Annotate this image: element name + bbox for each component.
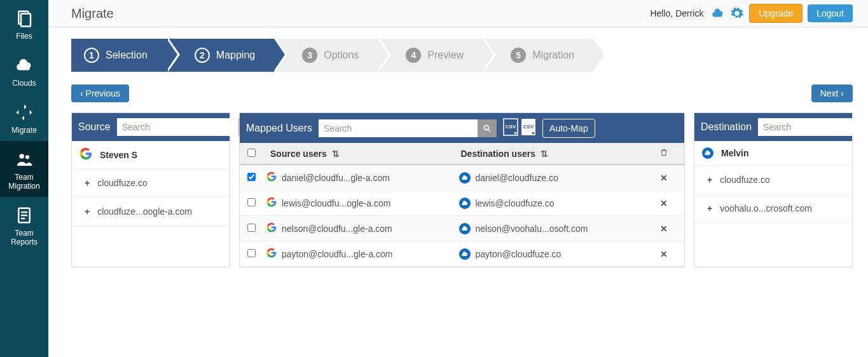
row-destination-user: daniel@cloudfuze.co <box>459 172 652 184</box>
sort-icon: ⇅ <box>332 149 340 159</box>
google-icon <box>79 147 92 162</box>
wizard-step-selection[interactable]: 1 Selection <box>71 39 167 72</box>
report-icon <box>15 206 34 225</box>
sort-icon: ⇅ <box>541 149 548 159</box>
wizard-step-migration[interactable]: 5 Migration <box>483 39 593 72</box>
select-all-checkbox[interactable] <box>247 149 256 157</box>
sidebar-label: Migrate <box>11 126 37 135</box>
onedrive-icon <box>702 147 713 159</box>
sidebar-label: Clouds <box>12 79 36 88</box>
sidebar-item-migrate[interactable]: Migrate <box>0 94 48 141</box>
svg-text:CSV: CSV <box>506 124 516 130</box>
mapped-panel: Mapped Users CSV CSV <box>239 112 685 267</box>
files-icon <box>15 9 34 28</box>
onedrive-icon <box>459 248 471 260</box>
google-icon <box>266 172 277 184</box>
destination-title: Destination <box>701 121 752 133</box>
row-source-user: payton@cloudfu...gle-a.com <box>266 248 459 260</box>
google-icon <box>266 197 277 209</box>
destination-search-input[interactable] <box>758 118 868 136</box>
svg-point-10 <box>484 125 488 130</box>
row-checkbox[interactable] <box>247 224 256 232</box>
col-destination-users[interactable]: Destination users ⇅ <box>461 149 652 159</box>
main-sidebar: Files Clouds Migrate Team Migration Team… <box>0 0 48 357</box>
expand-icon: + <box>707 203 712 213</box>
destination-tree-item[interactable]: + cloudfuze.co <box>694 166 852 194</box>
csv-export-icon[interactable]: CSV <box>503 118 518 138</box>
logout-button[interactable]: Logout <box>808 4 853 22</box>
svg-point-2 <box>20 154 25 159</box>
source-tree-item[interactable]: + cloudfuze.co <box>72 169 230 198</box>
topbar: Migrate Hello, Derrick Upgrade Logout <box>48 0 868 27</box>
next-button[interactable]: Next › <box>811 84 853 102</box>
row-delete-button[interactable]: ✕ <box>651 173 677 183</box>
page-title: Migrate <box>71 6 114 21</box>
csv-import-icon[interactable]: CSV <box>521 118 536 138</box>
source-tree-item[interactable]: + cloudfuze...oogle-a.com <box>72 198 230 226</box>
row-source-user: daniel@cloudfu...gle-a.com <box>266 172 459 184</box>
mapped-header-row: Source users ⇅ Destination users ⇅ <box>240 143 684 165</box>
sidebar-label: Files <box>16 32 32 41</box>
destination-tree-item[interactable]: + voohalu.o...crosoft.com <box>694 194 852 223</box>
source-user: Steven S <box>72 141 230 169</box>
mapped-row: lewis@cloudfu...ogle-a.comlewis@cloudfuz… <box>240 191 684 216</box>
onedrive-icon <box>459 223 471 234</box>
row-destination-user: lewis@cloudfuze.co <box>459 198 652 209</box>
mapped-title: Mapped Users <box>246 123 312 134</box>
expand-icon: + <box>707 175 712 185</box>
wizard-steps: 1 Selection 2 Mapping 3 Options 4 Previe… <box>71 39 853 72</box>
delete-all-icon[interactable] <box>651 148 677 159</box>
col-source-users[interactable]: Source users ⇅ <box>266 149 461 159</box>
source-search-input[interactable] <box>117 118 238 136</box>
svg-text:CSV: CSV <box>523 124 534 130</box>
row-source-user: lewis@cloudfu...ogle-a.com <box>266 197 459 209</box>
row-source-user: nelson@cloudfu...gle-a.com <box>266 222 459 234</box>
team-icon <box>15 150 34 169</box>
sidebar-item-team-reports[interactable]: Team Reports <box>0 197 48 253</box>
search-icon <box>483 124 492 133</box>
sidebar-item-team-migration[interactable]: Team Migration <box>0 141 48 197</box>
row-delete-button[interactable]: ✕ <box>651 224 677 234</box>
row-checkbox[interactable] <box>247 249 256 257</box>
row-destination-user: nelson@voohalu...osoft.com <box>459 223 652 234</box>
mapped-search-input[interactable] <box>319 119 478 137</box>
destination-user: Melvin <box>694 141 852 166</box>
expand-icon: + <box>85 178 90 188</box>
row-checkbox[interactable] <box>247 173 256 181</box>
sidebar-label: Team Migration <box>8 173 39 191</box>
row-checkbox[interactable] <box>247 198 256 206</box>
automap-button[interactable]: Auto-Map <box>542 119 595 138</box>
wizard-step-preview[interactable]: 4 Preview <box>378 39 483 72</box>
svg-rect-1 <box>21 14 31 27</box>
row-delete-button[interactable]: ✕ <box>651 249 677 259</box>
migrate-icon <box>15 103 34 122</box>
onedrive-icon <box>459 198 471 209</box>
google-icon <box>266 248 277 260</box>
svg-line-11 <box>488 129 491 131</box>
upgrade-button[interactable]: Upgrade <box>749 4 803 23</box>
source-title: Source <box>78 121 111 133</box>
previous-button[interactable]: ‹ Previous <box>71 84 129 102</box>
greeting: Hello, Derrick <box>650 8 703 18</box>
notification-icon[interactable] <box>711 6 725 20</box>
svg-point-3 <box>25 155 29 159</box>
chevron-left-icon: ‹ <box>80 88 83 98</box>
destination-panel: Destination Melvin <box>694 112 853 267</box>
row-destination-user: payton@cloudfuze.co <box>459 248 652 260</box>
onedrive-icon <box>459 172 471 184</box>
cloud-icon <box>15 56 34 75</box>
row-delete-button[interactable]: ✕ <box>651 198 677 208</box>
wizard-step-options[interactable]: 3 Options <box>274 39 378 72</box>
chevron-right-icon: › <box>841 88 844 98</box>
mapped-search-button[interactable] <box>478 119 497 137</box>
source-panel: Source Steven S <box>71 112 230 267</box>
mapped-row: payton@cloudfu...gle-a.compayton@cloudfu… <box>240 241 684 267</box>
expand-icon: + <box>85 206 90 217</box>
settings-icon[interactable] <box>730 6 744 20</box>
wizard-step-mapping[interactable]: 2 Mapping <box>167 39 274 72</box>
sidebar-item-clouds[interactable]: Clouds <box>0 47 48 94</box>
google-icon <box>266 222 277 234</box>
mapped-row: daniel@cloudfu...gle-a.comdaniel@cloudfu… <box>240 165 684 191</box>
sidebar-label: Team Reports <box>11 229 38 246</box>
sidebar-item-files[interactable]: Files <box>0 0 48 47</box>
